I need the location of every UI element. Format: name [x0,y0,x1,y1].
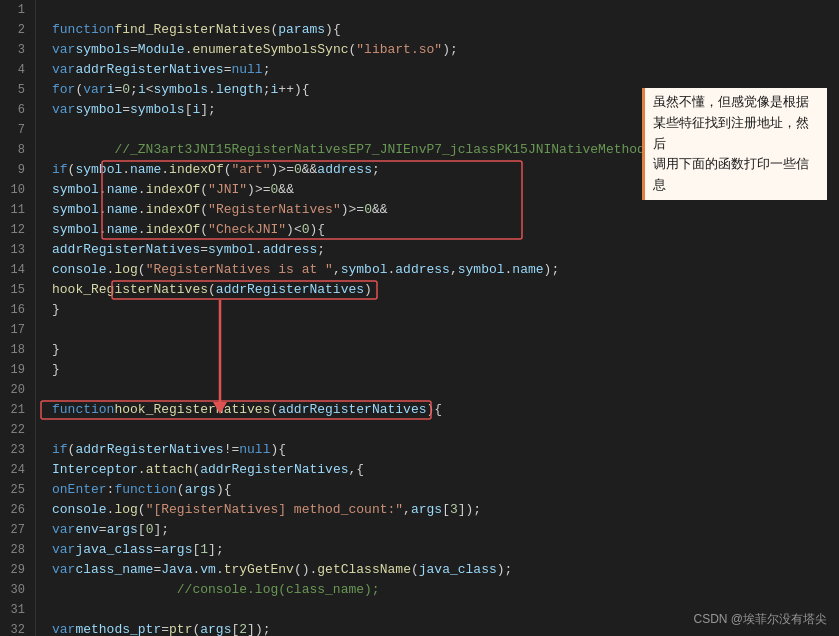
code-line: symbol.name.indexOf("RegisterNatives") >… [52,200,839,220]
code-line [52,320,839,340]
code-line: var addrRegisterNatives = null; [52,60,839,80]
code-line: } [52,300,839,320]
code-line: console.log("[RegisterNatives] method_co… [52,500,839,520]
code-line: var java_class = args[1]; [52,540,839,560]
code-line: symbol.name.indexOf("CheckJNI") < 0) { [52,220,839,240]
watermark: CSDN @埃菲尔没有塔尖 [693,611,827,628]
code-line: if (addrRegisterNatives != null) { [52,440,839,460]
code-line: var env = args[0]; [52,520,839,540]
line-numbers: 1234567891011121314151617181920212223242… [0,0,36,636]
code-line: } [52,360,839,380]
code-line: hook_RegisterNatives(addrRegisterNatives… [52,280,839,300]
code-line [52,420,839,440]
code-line: Interceptor.attach(addrRegisterNatives, … [52,460,839,480]
code-line: addrRegisterNatives = symbol.address; [52,240,839,260]
code-line: function hook_RegisterNatives(addrRegist… [52,400,839,420]
code-line: } [52,340,839,360]
code-line: //console.log(class_name); [52,580,839,600]
code-line [52,0,839,20]
code-line: var class_name = Java.vm.tryGetEnv().get… [52,560,839,580]
code-line: onEnter: function (args) { [52,480,839,500]
code-line: console.log("RegisterNatives is at ", sy… [52,260,839,280]
code-line: function find_RegisterNatives(params) { [52,20,839,40]
code-line [52,380,839,400]
annotation-text: 虽然不懂，但感觉像是根据 某些特征找到注册地址，然后 调用下面的函数打印一些信息 [642,88,827,200]
code-line: var symbols = Module.enumerateSymbolsSyn… [52,40,839,60]
